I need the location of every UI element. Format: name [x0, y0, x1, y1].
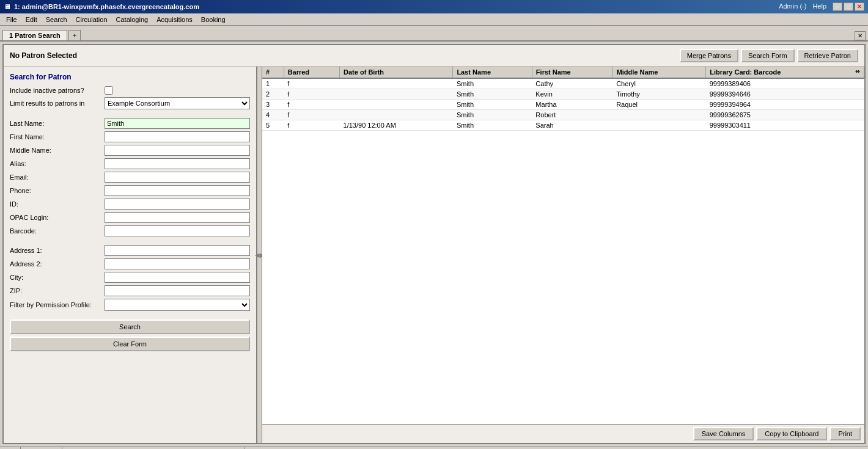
- id-input[interactable]: [105, 199, 250, 210]
- search-panel: Search for Patron Include inactive patro…: [4, 67, 257, 443]
- clear-form-button[interactable]: Clear Form: [10, 337, 250, 351]
- address2-label: Address 2:: [10, 260, 105, 268]
- col-library-card[interactable]: Library Card: Barcode ⇔: [706, 67, 864, 78]
- menu-cataloging[interactable]: Cataloging: [112, 15, 152, 24]
- last-name-input[interactable]: [105, 118, 250, 129]
- address1-label: Address 1:: [10, 247, 105, 254]
- city-input[interactable]: [105, 272, 250, 283]
- opac-login-row: OPAC Login:: [10, 212, 250, 223]
- col-dob[interactable]: Date of Birth: [340, 67, 453, 78]
- middle-name-input[interactable]: [105, 145, 250, 156]
- menu-circulation[interactable]: Circulation: [72, 15, 111, 24]
- minimize-button[interactable]: −: [833, 2, 842, 11]
- col-first-name[interactable]: First Name: [532, 67, 612, 78]
- table-row[interactable]: 4 f Smith Robert 99999362675: [262, 110, 864, 120]
- zip-row: ZIP:: [10, 285, 250, 296]
- menu-edit[interactable]: Edit: [22, 15, 41, 24]
- top-bar: No Patron Selected Merge Patrons Search …: [4, 45, 864, 67]
- id-row: ID:: [10, 199, 250, 210]
- table-row[interactable]: 3 f Smith Martha Raquel 99999394964: [262, 100, 864, 110]
- tab-bar: 1 Patron Search + ✕: [0, 26, 868, 42]
- cell-library-card: 99999389406: [706, 78, 864, 89]
- search-button[interactable]: Search: [10, 319, 250, 334]
- barcode-label: Barcode:: [10, 227, 105, 235]
- menu-booking[interactable]: Booking: [197, 15, 229, 24]
- opac-login-input[interactable]: [105, 212, 250, 223]
- include-inactive-checkbox[interactable]: [105, 86, 113, 95]
- tab-add-button[interactable]: +: [68, 30, 81, 40]
- table-row[interactable]: 5 f 1/13/90 12:00 AM Smith Sarah 9999930…: [262, 120, 864, 131]
- cell-barred: f: [284, 100, 339, 110]
- cell-last-name: Smith: [453, 78, 532, 89]
- consortium-select[interactable]: Example Consortium: [105, 97, 250, 109]
- results-body: 1 f Smith Cathy Cheryl 99999389406 2 f S…: [262, 78, 864, 131]
- first-name-input[interactable]: [105, 131, 250, 142]
- window-title: 1: admin@BR1-winxpvmfx.phasefx.evergreen…: [14, 3, 199, 10]
- table-row[interactable]: 2 f Smith Kevin Timothy 99999394646: [262, 89, 864, 100]
- print-button[interactable]: Print: [829, 427, 861, 440]
- cell-library-card: 99999362675: [706, 110, 864, 120]
- cell-middle-name: Raquel: [612, 100, 706, 110]
- cell-library-card: 99999303411: [706, 120, 864, 131]
- admin-label[interactable]: Admin (-): [779, 2, 806, 11]
- col-num[interactable]: #: [262, 67, 284, 78]
- help-label[interactable]: Help: [812, 2, 826, 11]
- email-input[interactable]: [105, 172, 250, 183]
- content-area: Search for Patron Include inactive patro…: [4, 67, 864, 443]
- top-buttons: Merge Patrons Search Form Retrieve Patro…: [680, 49, 858, 62]
- filter-permission-select[interactable]: [105, 299, 250, 311]
- merge-patrons-button[interactable]: Merge Patrons: [680, 49, 738, 62]
- address1-row: Address 1:: [10, 245, 250, 256]
- col-last-name[interactable]: Last Name: [453, 67, 532, 78]
- filter-permission-row: Filter by Permission Profile:: [10, 299, 250, 311]
- alias-input[interactable]: [105, 158, 250, 169]
- address1-input[interactable]: [105, 245, 250, 256]
- zip-input[interactable]: [105, 285, 250, 296]
- menu-search[interactable]: Search: [42, 15, 71, 24]
- save-columns-button[interactable]: Save Columns: [693, 427, 754, 440]
- filter-permission-label: Filter by Permission Profile:: [10, 301, 105, 308]
- tab-close-button[interactable]: ✕: [855, 31, 866, 40]
- menu-file[interactable]: File: [2, 15, 21, 24]
- cell-num: 2: [262, 89, 284, 100]
- middle-name-row: Middle Name:: [10, 145, 250, 156]
- phone-input[interactable]: [105, 185, 250, 196]
- first-name-label: First Name:: [10, 133, 105, 141]
- table-row[interactable]: 1 f Smith Cathy Cheryl 99999389406: [262, 78, 864, 89]
- patron-table: # Barred Date of Birth Last Name First N…: [262, 67, 864, 131]
- menu-acquisitions[interactable]: Acquisitions: [153, 15, 196, 24]
- alias-row: Alias:: [10, 158, 250, 169]
- cell-num: 3: [262, 100, 284, 110]
- first-name-row: First Name:: [10, 131, 250, 142]
- col-barred[interactable]: Barred: [284, 67, 339, 78]
- cell-num: 1: [262, 78, 284, 89]
- cell-barred: f: [284, 110, 339, 120]
- address2-row: Address 2:: [10, 258, 250, 269]
- phone-row: Phone:: [10, 185, 250, 196]
- search-form-button[interactable]: Search Form: [741, 49, 795, 62]
- include-inactive-row: Include inactive patrons?: [10, 86, 250, 95]
- restore-button[interactable]: □: [844, 2, 853, 11]
- city-row: City:: [10, 272, 250, 283]
- barcode-input[interactable]: [105, 225, 250, 236]
- close-button[interactable]: ✕: [855, 2, 864, 11]
- last-name-row: Last Name:: [10, 118, 250, 129]
- cell-middle-name: Timothy: [612, 89, 706, 100]
- address2-input[interactable]: [105, 258, 250, 269]
- cell-dob: [340, 89, 453, 100]
- cell-library-card: 99999394964: [706, 100, 864, 110]
- cell-dob: 1/13/90 12:00 AM: [340, 120, 453, 131]
- tab-patron-search[interactable]: 1 Patron Search: [2, 30, 67, 40]
- patron-status: No Patron Selected: [10, 51, 77, 60]
- cell-last-name: Smith: [453, 110, 532, 120]
- table-header-row: # Barred Date of Birth Last Name First N…: [262, 67, 864, 78]
- cell-barred: f: [284, 89, 339, 100]
- retrieve-patron-button[interactable]: Retrieve Patron: [797, 49, 858, 62]
- panel-divider[interactable]: ◀▶: [257, 67, 262, 443]
- cell-dob: [340, 78, 453, 89]
- app-icon: 🖥: [4, 3, 10, 10]
- copy-clipboard-button[interactable]: Copy to Clipboard: [756, 427, 827, 440]
- cell-first-name: Martha: [532, 100, 612, 110]
- col-resize-icon: ⇔: [855, 68, 860, 75]
- col-middle-name[interactable]: Middle Name: [612, 67, 706, 78]
